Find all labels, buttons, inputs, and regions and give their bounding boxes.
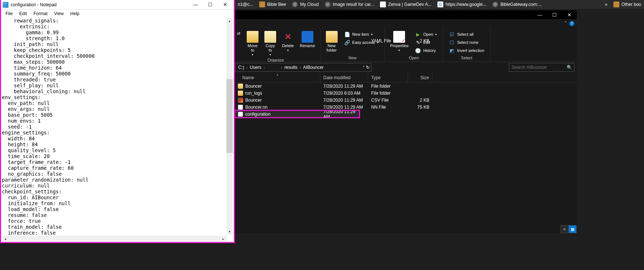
column-date[interactable]: Date modified — [320, 73, 368, 82]
minimize-button[interactable]: — — [532, 10, 547, 19]
crumb-aibouncer[interactable]: AIBouncer — [302, 65, 325, 70]
column-type[interactable]: Type — [368, 73, 408, 82]
address-dropdown-icon[interactable]: ˅ — [363, 66, 365, 70]
google-icon: G — [437, 1, 443, 7]
menu-edit[interactable]: Edit — [16, 10, 30, 17]
bookmark-item[interactable]: Bible Bee — [259, 1, 286, 7]
folder-icon — [238, 84, 243, 89]
notepad-text-area[interactable]: reward_signals: extrinsic: gamma: 0.99 s… — [1, 18, 234, 242]
bookmark-item[interactable]: BibleGateway.com:... — [492, 1, 542, 7]
globe-icon — [492, 1, 498, 7]
notepad-menu: File Edit Format View Help — [1, 10, 234, 18]
scroll-up-icon[interactable]: ▴ — [226, 18, 233, 24]
delete-icon: ✕ — [282, 31, 294, 43]
yaml-file-icon — [238, 112, 243, 117]
maximize-button[interactable]: ☐ — [547, 10, 562, 19]
ribbon-group-open: Open — [409, 55, 419, 61]
sort-ascending-icon: ▴ — [277, 73, 278, 76]
file-row[interactable]: run_logs 7/28/2020 6:03 AM File folder — [235, 90, 577, 97]
browser-bookmarks-bar: n1@c... Bible Bee My Cloud Image result … — [235, 0, 644, 9]
globe-icon — [292, 1, 298, 7]
move-to-button[interactable]: Move to▾ — [245, 30, 260, 57]
new-item-button[interactable]: 📄New item ▾ — [342, 30, 381, 38]
bookmark-item[interactable]: Ghttps://www.google... — [437, 1, 486, 7]
menu-format[interactable]: Format — [31, 10, 50, 17]
notepad-icon — [3, 2, 8, 8]
csv-file-icon — [238, 98, 243, 103]
column-size[interactable]: Size — [408, 73, 432, 82]
ribbon-group-new: New — [348, 55, 356, 61]
copy-to-button[interactable]: Copy to▾ — [263, 30, 278, 57]
history-icon: 🕑 — [415, 48, 421, 53]
ribbon-group-select: Select — [461, 55, 472, 61]
cut-button[interactable]: ut — [235, 30, 242, 36]
close-button[interactable]: ✕ — [562, 10, 577, 19]
file-row-configuration[interactable]: configuration 7/28/2020 11:29 AM — [235, 111, 359, 118]
column-name[interactable]: ▴Name — [235, 73, 320, 82]
crumb-users[interactable]: Users — [248, 65, 263, 70]
delete-button[interactable]: ✕Delete▾ — [281, 30, 295, 53]
details-view-button[interactable]: ≡ — [560, 225, 569, 233]
search-icon[interactable]: 🔍 — [567, 65, 572, 70]
scroll-left-icon[interactable]: ◂ — [2, 236, 8, 242]
folder-icon — [259, 1, 265, 7]
refresh-icon[interactable]: ↻ — [366, 65, 370, 70]
menu-help[interactable]: Help — [67, 10, 82, 17]
bookmarks-overflow-icon[interactable]: » — [605, 2, 608, 7]
move-to-icon — [247, 31, 258, 43]
search-box[interactable]: 🔍 — [509, 63, 574, 72]
invert-selection-icon: ◩ — [449, 48, 455, 53]
bookmark-item[interactable]: n1@c... — [238, 2, 253, 7]
breadcrumb[interactable]: C:)› Users› › results› AIBouncer ˅↻ — [235, 63, 372, 72]
icons-view-button[interactable]: ▦ — [569, 225, 577, 233]
zenva-icon — [380, 1, 386, 7]
file-list-header: ▴Name Date modified Type Size — [235, 73, 577, 83]
ribbon-collapse-icon[interactable]: ˆ — [565, 21, 566, 26]
ribbon-tabbar: ˆ ? — [235, 19, 577, 28]
menu-file[interactable]: File — [3, 10, 15, 17]
close-button[interactable]: ✕ — [218, 0, 232, 9]
copy-to-icon — [264, 31, 276, 43]
maximize-button[interactable]: ☐ — [203, 0, 218, 9]
easy-access-icon: 🔗 — [344, 39, 350, 45]
new-item-icon: 📄 — [344, 31, 350, 37]
rename-button[interactable]: Rename — [298, 30, 317, 49]
bookmark-folder[interactable]: Other boo — [613, 1, 641, 7]
open-icon: ▶ — [415, 31, 421, 37]
bookmark-item[interactable]: My Cloud — [292, 1, 319, 7]
rename-icon — [302, 31, 313, 43]
folder-icon — [613, 1, 619, 7]
scroll-thumb[interactable] — [226, 79, 233, 153]
open-button[interactable]: ▶Open ▾ — [413, 30, 439, 38]
new-folder-button[interactable]: New folder — [324, 30, 339, 53]
file-explorer-window: — ☐ ✕ ˆ ? ut Move to▾ Copy to▾ ✕Delete▾ … — [235, 10, 577, 233]
select-none-button[interactable]: ☐Select none — [447, 38, 486, 46]
vertical-scrollbar[interactable]: ▴ ▾ — [226, 18, 233, 235]
file-row[interactable]: Bouncer.nn 7/28/2020 11:29 AM NN File 75… — [235, 104, 577, 111]
new-folder-icon — [326, 31, 338, 43]
bookmark-item[interactable]: Image result for car... — [325, 1, 374, 7]
bookmark-item[interactable]: Zenva | GameDev A... — [380, 1, 432, 7]
globe-icon — [325, 1, 331, 7]
crumb-results[interactable]: results — [283, 65, 299, 70]
history-button[interactable]: 🕑History — [413, 46, 439, 55]
scroll-right-icon[interactable]: ▸ — [220, 236, 226, 242]
horizontal-scrollbar[interactable]: ◂ ▸ — [2, 236, 226, 242]
select-all-button[interactable]: ☑Select all — [447, 30, 486, 38]
notepad-content[interactable]: reward_signals: extrinsic: gamma: 0.99 s… — [1, 18, 234, 236]
invert-selection-button[interactable]: ◩Invert selection — [447, 46, 486, 55]
minimize-button[interactable]: — — [188, 0, 203, 9]
notepad-titlebar[interactable]: configuration - Notepad — ☐ ✕ — [1, 0, 234, 10]
help-icon[interactable]: ? — [569, 21, 574, 26]
menu-view[interactable]: View — [51, 10, 67, 17]
nn-file-icon — [238, 105, 243, 110]
file-list[interactable]: Bouncer 7/28/2020 11:29 AM File folder r… — [235, 83, 577, 233]
notepad-title: configuration - Notepad — [11, 2, 188, 7]
search-input[interactable] — [511, 65, 567, 70]
file-row[interactable]: Bouncer 7/28/2020 11:29 AM CSV File 2 KB — [235, 97, 577, 104]
folder-icon — [238, 91, 243, 96]
file-row[interactable]: Bouncer 7/28/2020 11:29 AM File folder — [235, 83, 577, 90]
crumb-drive[interactable]: C:) — [237, 65, 246, 70]
scroll-down-icon[interactable]: ▾ — [226, 228, 233, 235]
explorer-titlebar[interactable]: — ☐ ✕ — [235, 10, 577, 19]
